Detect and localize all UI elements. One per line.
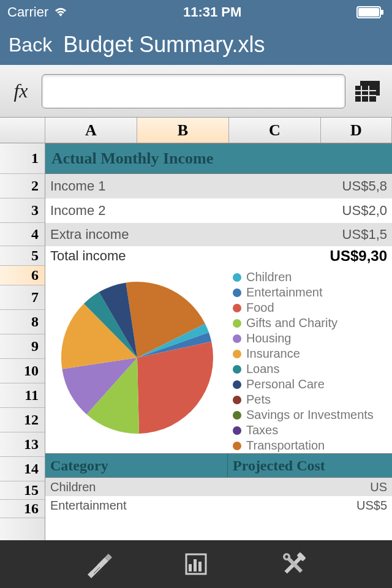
legend-item: Pets	[233, 392, 392, 407]
legend-item: Children	[233, 270, 392, 285]
category-header-row: Category Projected Cost	[45, 453, 392, 478]
category-row[interactable]: Children US	[45, 478, 392, 496]
row-header-6[interactable]: 6	[0, 266, 45, 285]
battery-icon	[356, 6, 385, 18]
legend-item: Housing	[233, 331, 392, 346]
row-header-7[interactable]: 7	[0, 285, 45, 310]
svg-rect-17	[198, 562, 202, 571]
legend-label: Gifts and Charity	[246, 315, 337, 331]
status-time: 11:31 PM	[183, 4, 241, 20]
legend-item: Taxes	[233, 423, 392, 438]
row-header-11[interactable]: 11	[0, 383, 45, 408]
income-row[interactable]: Income 1 US$5,8	[45, 174, 392, 198]
row-header-12[interactable]: 12	[0, 408, 45, 432]
row-header-5[interactable]: 5	[0, 246, 45, 266]
column-header-D[interactable]: D	[321, 118, 392, 143]
row-header-8[interactable]: 8	[0, 310, 45, 334]
total-income-row[interactable]: Total income US$9,30	[45, 246, 392, 266]
legend-item: Food	[233, 300, 392, 315]
cell-label: Total income	[50, 248, 330, 264]
legend-swatch	[233, 442, 241, 450]
row-header-10[interactable]: 10	[0, 359, 45, 383]
svg-rect-15	[189, 564, 192, 571]
col-projected: Projected Cost	[228, 454, 392, 477]
section-title: Actual Monthly Income	[51, 149, 213, 168]
back-button[interactable]: Back	[9, 34, 52, 56]
cell-label: Income 2	[50, 203, 342, 219]
chart-button[interactable]	[178, 546, 214, 582]
legend-swatch	[233, 319, 241, 328]
wifi-icon	[53, 7, 68, 18]
status-bar: Carrier 11:31 PM	[0, 0, 392, 24]
row-header-1[interactable]: 1	[0, 143, 45, 174]
pie-chart	[45, 266, 229, 450]
legend-swatch	[233, 396, 241, 404]
svg-rect-2	[358, 8, 379, 17]
row-header-9[interactable]: 9	[0, 334, 45, 359]
sheets-icon	[355, 81, 382, 102]
legend-swatch	[233, 365, 241, 374]
formula-input[interactable]	[42, 74, 345, 108]
chart-legend: ChildrenEntertainmentFoodGifts and Chari…	[229, 266, 392, 450]
cell-value: US	[228, 480, 387, 494]
legend-swatch	[233, 304, 241, 312]
svg-marker-9	[88, 557, 108, 578]
column-header-A[interactable]: A	[45, 118, 137, 143]
sheets-button[interactable]	[352, 78, 386, 105]
legend-swatch	[233, 288, 241, 297]
legend-label: Taxes	[246, 423, 278, 438]
sheet-area: 12345678910111213141516 Actual Monthly I…	[0, 143, 392, 540]
row-header-3[interactable]: 3	[0, 198, 45, 223]
row-header-15[interactable]: 15	[0, 481, 45, 500]
legend-label: Savings or Investments	[246, 407, 374, 423]
legend-swatch	[233, 426, 241, 435]
legend-label: Entertainment	[246, 285, 323, 300]
income-row[interactable]: Extra income US$1,5	[45, 223, 392, 246]
cell-label: Income 1	[50, 178, 342, 194]
chart-zone: ChildrenEntertainmentFoodGifts and Chari…	[45, 266, 392, 450]
legend-label: Housing	[246, 331, 291, 346]
corner-cell[interactable]	[0, 118, 45, 143]
legend-label: Personal Care	[246, 377, 325, 392]
legend-label: Pets	[246, 392, 271, 407]
column-header-B[interactable]: B	[137, 118, 229, 143]
row-header-13[interactable]: 13	[0, 432, 45, 457]
legend-label: Transportation	[246, 438, 325, 453]
cell-value: US$2,0	[342, 203, 387, 219]
svg-rect-1	[381, 10, 383, 15]
cell-value: US$5	[228, 499, 387, 513]
format-button[interactable]	[80, 546, 116, 582]
legend-swatch	[233, 350, 241, 358]
legend-swatch	[233, 273, 241, 282]
income-row[interactable]: Income 2 US$2,0	[45, 198, 392, 223]
column-headers: ABCD	[0, 118, 392, 143]
fx-label: fx	[6, 80, 36, 102]
row-header-2[interactable]: 2	[0, 174, 45, 198]
row-headers: 12345678910111213141516	[0, 143, 45, 540]
legend-label: Children	[246, 270, 292, 285]
cell-label: Extra income	[50, 227, 342, 243]
legend-swatch	[233, 334, 241, 343]
row-header-14[interactable]: 14	[0, 457, 45, 481]
tools-button[interactable]	[276, 546, 312, 582]
legend-item: Savings or Investments	[233, 407, 392, 423]
pie-slice	[137, 342, 213, 434]
carrier-label: Carrier	[7, 4, 48, 20]
cell-value: US$9,30	[330, 247, 387, 265]
format-icon	[84, 550, 112, 578]
row-header-16[interactable]: 16	[0, 500, 45, 518]
row-header-4[interactable]: 4	[0, 223, 45, 246]
svg-rect-4	[355, 86, 376, 102]
cells-area[interactable]: Actual Monthly Income Income 1 US$5,8 In…	[45, 143, 392, 540]
category-row[interactable]: Entertainment US$5	[45, 496, 392, 514]
legend-item: Entertainment	[233, 285, 392, 300]
legend-item: Gifts and Charity	[233, 315, 392, 331]
cell-label: Children	[50, 480, 228, 494]
column-header-C[interactable]: C	[229, 118, 321, 143]
nav-bar: Back Budget Summary.xls	[0, 24, 392, 65]
legend-item: Insurance	[233, 346, 392, 361]
section-header-income: Actual Monthly Income	[45, 143, 392, 174]
page-title: Budget Summary.xls	[63, 32, 265, 58]
legend-label: Loans	[246, 361, 280, 377]
legend-item: Loans	[233, 361, 392, 377]
